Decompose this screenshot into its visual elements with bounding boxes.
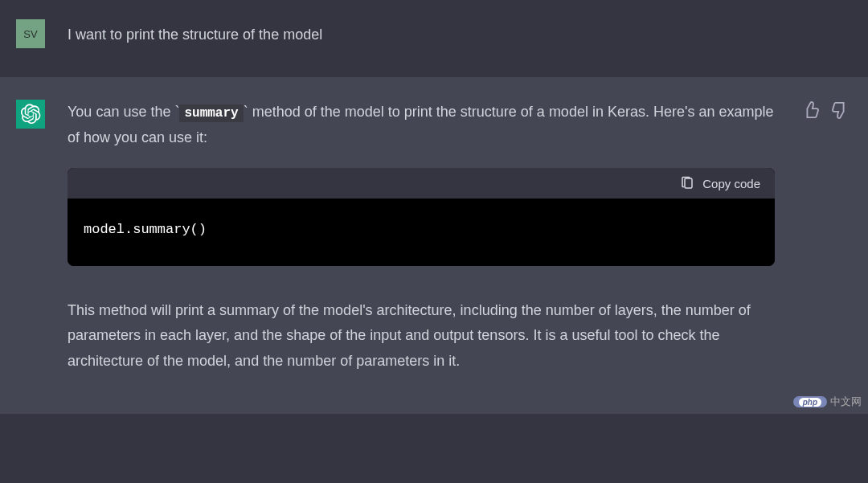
- thumbs-down-icon: [831, 101, 849, 119]
- code-block-header: Copy code: [68, 168, 775, 199]
- clipboard-icon: [680, 176, 694, 190]
- assistant-intro-before: You can use the: [68, 104, 174, 120]
- user-message-content: I want to print the structure of the mod…: [68, 19, 775, 48]
- svg-rect-0: [685, 178, 692, 188]
- code-block: Copy code model.summary(): [68, 168, 775, 266]
- php-badge: php: [793, 396, 827, 407]
- assistant-explanation: This method will print a summary of the …: [68, 298, 775, 375]
- feedback-buttons: [802, 101, 849, 119]
- user-message-row: SV I want to print the structure of the …: [0, 0, 868, 77]
- thumbs-up-button[interactable]: [802, 101, 820, 119]
- inline-code: summary: [179, 104, 243, 122]
- assistant-message-content: You can use the `summary` method of the …: [68, 100, 775, 374]
- code-body: model.summary(): [68, 199, 775, 266]
- copy-code-label: Copy code: [702, 177, 760, 190]
- user-message-text: I want to print the structure of the mod…: [68, 23, 775, 48]
- watermark: php 中文网: [793, 395, 862, 409]
- thumbs-down-button[interactable]: [831, 101, 849, 119]
- php-badge-text: php: [799, 398, 821, 407]
- code-text: model.summary(): [84, 222, 207, 237]
- assistant-intro-paragraph: You can use the `summary` method of the …: [68, 100, 775, 150]
- watermark-text: 中文网: [830, 395, 862, 409]
- thumbs-up-icon: [802, 101, 820, 119]
- user-avatar-initials: SV: [23, 28, 37, 40]
- user-avatar: SV: [16, 19, 45, 48]
- assistant-message-row: You can use the `summary` method of the …: [0, 77, 868, 414]
- openai-logo-icon: [20, 104, 41, 125]
- copy-code-button[interactable]: Copy code: [680, 176, 760, 190]
- assistant-avatar: [16, 100, 45, 129]
